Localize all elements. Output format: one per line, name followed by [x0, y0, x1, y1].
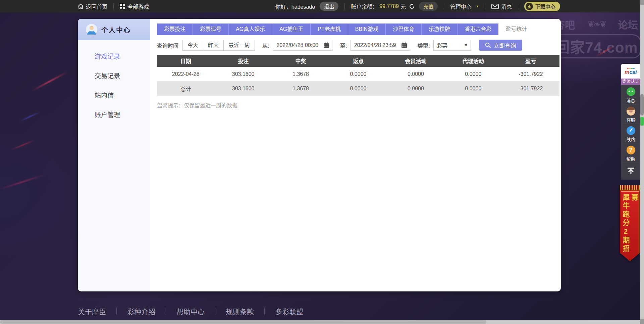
- chevron-down-icon: ▼: [476, 5, 479, 8]
- admin-center-menu[interactable]: 管理中心 ▼: [450, 2, 479, 10]
- tab-saba-sports[interactable]: 沙巴体育: [385, 24, 421, 35]
- cell-win: 1.3678: [272, 67, 329, 81]
- footer-nav: 关于摩臣 彩种介绍 帮助中心 规则条款 多彩联盟: [78, 306, 303, 316]
- tab-pt-slots[interactable]: PT老虎机: [310, 24, 347, 35]
- col-header-date: 日期: [157, 55, 214, 67]
- cell-date: 2022-04-28: [157, 67, 214, 81]
- vertical-scrollbar-thumb[interactable]: [640, 94, 644, 115]
- cert-logo-badge[interactable]: mmcaicai: [621, 64, 640, 79]
- admin-center-label: 管理中心: [450, 2, 472, 10]
- quick-range-group: 今天 昨天 最近一周: [182, 40, 255, 51]
- to-date-input[interactable]: 2022/04/28 23:59: [351, 40, 410, 51]
- from-date-input[interactable]: 2022/04/28 00:00: [273, 40, 332, 51]
- col-header-profit-loss: 盈亏: [502, 55, 559, 67]
- retention-tip: 温馨提示：仅保留最近一周的数据: [157, 101, 561, 109]
- watermark-right-text: 论坛: [618, 17, 638, 32]
- cert-label: 奖源认证: [621, 79, 640, 85]
- sidebar-item-site-mail[interactable]: 站内信: [78, 86, 150, 105]
- range-today-button[interactable]: 今天: [183, 40, 203, 50]
- to-label: 至:: [340, 41, 347, 49]
- decor-streak: [10, 139, 36, 151]
- rail-item-label: 线路: [626, 136, 635, 142]
- range-last-week-button[interactable]: 最近一周: [223, 40, 255, 50]
- horizontal-scrollbar[interactable]: [0, 320, 640, 324]
- cell-total-label: 总计: [157, 81, 214, 96]
- rail-item-lines[interactable]: 线路: [621, 124, 640, 143]
- all-games-link[interactable]: 全部游戏: [120, 2, 149, 10]
- tab-ag-live[interactable]: AG真人娱乐: [228, 24, 272, 35]
- profit-loss-table: 日期 投注 中奖 返点 会员活动 代理活动 盈亏 2022-04-28 303.…: [157, 55, 559, 96]
- logout-button[interactable]: 退出: [320, 2, 338, 11]
- back-to-top-button[interactable]: [621, 163, 640, 180]
- tab-profit-loss-stats[interactable]: 盈亏统计: [498, 24, 534, 35]
- query-toolbar: 查询时间 今天 昨天 最近一周 从: 2022/04/28 00:00 至: 2…: [157, 40, 561, 51]
- watermark-domain: 回家74.com: [551, 34, 641, 58]
- footer-divider: [166, 308, 166, 315]
- download-center-label: 下载中心: [535, 3, 555, 10]
- arrow-to-top-icon: [627, 168, 635, 175]
- chat-icon: [627, 87, 635, 96]
- topbar: 返回首页 全部游戏 你好，hadesado 退出 账户余额： 99.7789 元…: [0, 0, 644, 12]
- download-icon: [526, 3, 533, 10]
- decor-streak: [19, 111, 41, 122]
- footer-link-help-center[interactable]: 帮助中心: [176, 306, 205, 316]
- banner-fringe-decor: [620, 185, 640, 190]
- rail-item-customer-service[interactable]: 客服: [621, 104, 640, 124]
- sidebar-item-account-management[interactable]: 账户管理: [78, 105, 150, 125]
- col-header-rebate: 返点: [329, 55, 387, 67]
- recharge-button[interactable]: 充值: [419, 2, 438, 11]
- horizontal-scrollbar-thumb[interactable]: [0, 320, 486, 324]
- sidebar-item-transaction-records[interactable]: 交易记录: [78, 66, 150, 86]
- type-select[interactable]: 彩票 ▼: [433, 40, 471, 51]
- tab-ag-fishing[interactable]: AG捕鱼王: [272, 24, 310, 35]
- cell-bet: 303.1600: [214, 67, 272, 81]
- footer-link-about[interactable]: 关于摩臣: [78, 306, 106, 316]
- tab-leyou-chess[interactable]: 乐游棋牌: [421, 24, 457, 35]
- content-area: 彩票投注 彩票追号 AG真人娱乐 AG捕鱼王 PT老虎机 BBIN游戏 沙巴体育…: [150, 19, 561, 291]
- rail-item-help[interactable]: ? 帮助: [621, 143, 640, 163]
- sidebar-item-game-records[interactable]: 游戏记录: [78, 47, 150, 66]
- scroll-down-arrow[interactable]: [640, 319, 644, 324]
- col-header-agent-activity: 代理活动: [444, 55, 502, 67]
- tab-lottery-chase[interactable]: 彩票追号: [193, 24, 228, 35]
- rail-item-messages[interactable]: 消息: [621, 85, 640, 104]
- watermark-flourish: ❦❧❦: [587, 19, 605, 30]
- to-date-value: 2022/04/28 23:59: [354, 42, 396, 48]
- tab-lottery-bets[interactable]: 彩票投注: [157, 24, 193, 35]
- footer-link-rules[interactable]: 规则条款: [226, 306, 254, 316]
- cell-member-activity: 0.0000: [387, 67, 444, 81]
- refresh-balance-icon[interactable]: [409, 3, 415, 9]
- cell-win: 1.3678: [272, 81, 329, 96]
- topbar-divider: [344, 3, 345, 10]
- footer-divider: [264, 308, 265, 315]
- scroll-up-arrow[interactable]: [640, 0, 644, 5]
- promo-banner[interactable]: 犀牛跑分2期招募: [620, 185, 640, 261]
- col-header-bet: 投注: [214, 55, 272, 67]
- range-yesterday-button[interactable]: 昨天: [203, 40, 223, 50]
- table-header: 日期 投注 中奖 返点 会员活动 代理活动 盈亏: [157, 55, 559, 67]
- search-button[interactable]: 立即查询: [479, 40, 522, 51]
- messages-link[interactable]: 消息: [491, 2, 512, 10]
- home-link[interactable]: 返回首页: [78, 2, 107, 10]
- footer-divider: [116, 308, 117, 315]
- type-select-value: 彩票: [437, 41, 447, 49]
- footer-link-lottery-intro[interactable]: 彩种介绍: [127, 306, 155, 316]
- tab-hk-mark6[interactable]: 香港六合彩: [457, 24, 498, 35]
- calendar-icon: [401, 42, 407, 48]
- cell-agent-activity: 0.0000: [444, 81, 502, 96]
- rail-item-label: 消息: [626, 97, 635, 103]
- tab-bbin-games[interactable]: BBIN游戏: [348, 24, 385, 35]
- download-center-button[interactable]: 下载中心: [524, 2, 560, 11]
- customer-service-icon: [627, 107, 635, 115]
- vertical-scrollbar[interactable]: [640, 0, 644, 324]
- col-header-win: 中奖: [272, 55, 329, 67]
- from-date-value: 2022/04/28 00:00: [276, 42, 318, 48]
- cell-profit-loss: -301.7922: [502, 81, 559, 96]
- search-icon: [485, 42, 491, 48]
- scrollbar-marker: [640, 117, 644, 126]
- rail-stack: 消息 客服 线路 ? 帮助: [621, 85, 640, 180]
- footer-link-alliance[interactable]: 多彩联盟: [275, 306, 303, 316]
- home-icon: [78, 4, 84, 9]
- sidebar-menu: 游戏记录 交易记录 站内信 账户管理: [78, 40, 150, 125]
- cell-agent-activity: 0.0000: [444, 67, 502, 81]
